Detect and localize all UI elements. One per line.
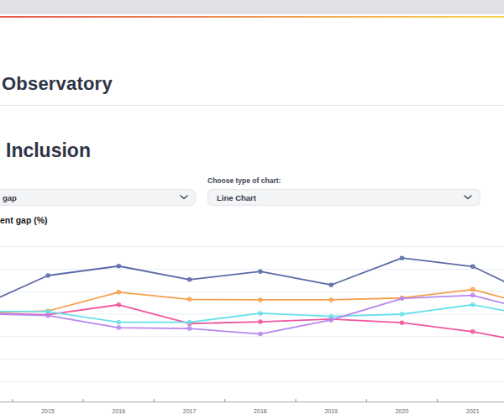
line-chart-canvas: 2015201620172018201920202021: [0, 0, 504, 420]
svg-text:2018: 2018: [254, 408, 267, 414]
svg-text:2019: 2019: [324, 408, 338, 414]
svg-text:2020: 2020: [396, 408, 409, 414]
svg-text:2017: 2017: [183, 408, 197, 414]
page: Observatory Inclusion gap Choose type of…: [0, 0, 504, 420]
svg-text:2015: 2015: [41, 408, 55, 414]
svg-text:2021: 2021: [466, 408, 480, 414]
svg-text:2016: 2016: [113, 408, 126, 414]
